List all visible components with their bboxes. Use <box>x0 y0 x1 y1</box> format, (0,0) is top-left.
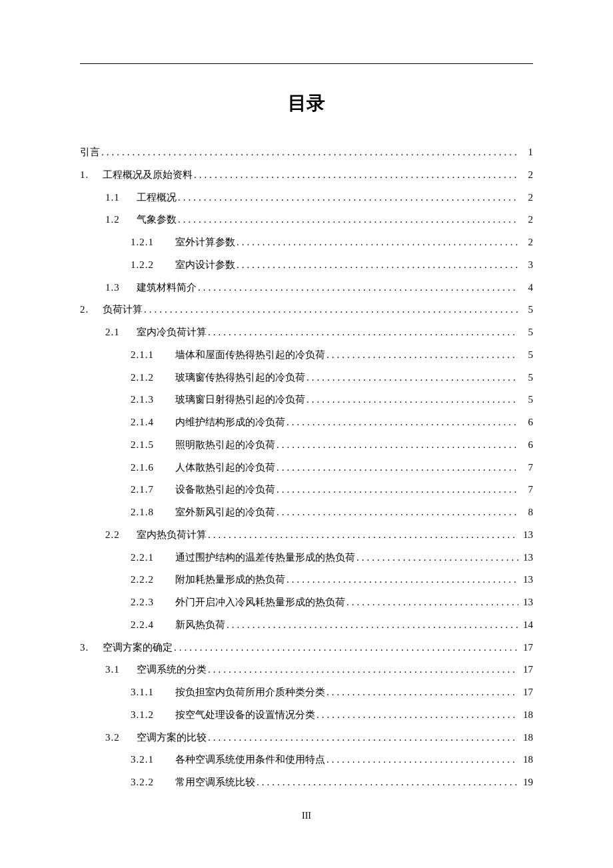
toc-entry: 2.1.1墙体和屋面传热得热引起的冷负荷5 <box>80 344 533 367</box>
toc-entry-label: 引言 <box>80 141 100 164</box>
toc-leader-dots <box>237 231 518 254</box>
toc-entry-number: 1.3 <box>105 277 129 299</box>
toc-leader-dots <box>208 727 518 749</box>
toc-leader-dots <box>277 479 518 501</box>
toc-entry-label: 通过围护结构的温差传热量形成的热负荷 <box>175 547 355 569</box>
toc-entry-label: 室内设计参数 <box>175 254 235 277</box>
toc-leader-dots <box>257 771 518 794</box>
toc-entry-label: 室外计算参数 <box>175 231 235 254</box>
toc-entry-label: 玻璃窗日射得热引起的冷负荷 <box>175 389 305 411</box>
toc-entry-label: 气象参数 <box>137 209 177 231</box>
toc-entry-number: 2.2.3 <box>131 591 167 614</box>
toc-entry-page: 19 <box>520 771 533 794</box>
toc-entry-number: 2.2.2 <box>131 569 167 591</box>
toc-entry-page: 2 <box>520 209 533 231</box>
toc-entry: 3.2空调方案的比较18 <box>80 727 533 749</box>
toc-entry-page: 17 <box>520 659 533 681</box>
toc-leader-dots <box>101 141 518 164</box>
toc-entry: 2.1.8室外新风引起的冷负荷8 <box>80 501 533 524</box>
toc-leader-dots <box>208 321 518 344</box>
toc-entry-page: 2 <box>520 231 533 254</box>
toc-entry-page: 13 <box>520 524 533 547</box>
toc-leader-dots <box>144 299 518 321</box>
toc-entry-number: 2.2 <box>105 524 129 547</box>
toc-entry-number: 3.2.2 <box>131 771 167 794</box>
toc-entry-page: 1 <box>520 141 533 164</box>
toc-entry-page: 5 <box>520 344 533 367</box>
toc-entry: 2.2室内热负荷计算13 <box>80 524 533 547</box>
toc-entry-page: 5 <box>520 321 533 344</box>
toc-entry-page: 17 <box>520 681 533 704</box>
toc-entry-label: 室内冷负荷计算 <box>137 321 207 344</box>
toc-entry-number: 1.1 <box>105 187 129 209</box>
toc-entry-number: 2.1.5 <box>131 434 167 457</box>
toc-entry-number: 3.1.2 <box>131 704 167 727</box>
toc-entry-label: 各种空调系统使用条件和使用特点 <box>175 749 325 771</box>
toc-entry-label: 设备散热引起的冷负荷 <box>175 479 275 501</box>
toc-entry-page: 5 <box>520 299 533 321</box>
toc-entry: 3.2.2常用空调系统比较19 <box>80 771 533 794</box>
toc-entry-page: 6 <box>520 411 533 434</box>
toc-entry: 3.1.1按负担室内负荷所用介质种类分类17 <box>80 681 533 704</box>
toc-entry: 1.2气象参数2 <box>80 209 533 231</box>
toc-entry-label: 照明散热引起的冷负荷 <box>175 434 275 457</box>
toc-entry: 3.1空调系统的分类17 <box>80 659 533 681</box>
toc-entry-label: 工程概况 <box>137 187 177 209</box>
toc-entry-number: 2. <box>80 299 95 321</box>
toc-leader-dots <box>287 411 518 434</box>
toc-entry-label: 按负担室内负荷所用介质种类分类 <box>175 681 325 704</box>
toc-entry-label: 空调系统的分类 <box>137 659 207 681</box>
toc-leader-dots <box>237 254 518 277</box>
toc-entry: 3.空调方案的确定17 <box>80 637 533 659</box>
toc-entry: 1.3建筑材料简介4 <box>80 277 533 299</box>
toc-entry-label: 工程概况及原始资料 <box>103 164 193 187</box>
toc-entry: 2.1.6人体散热引起的冷负荷7 <box>80 457 533 479</box>
toc-entry-page: 2 <box>520 164 533 187</box>
toc-entry-number: 1.2.2 <box>131 254 167 277</box>
toc-entry-label: 按空气处理设备的设置情况分类 <box>175 704 315 727</box>
toc-entry-page: 7 <box>520 457 533 479</box>
toc-leader-dots <box>326 681 518 704</box>
toc-title: 目录 <box>80 91 533 116</box>
toc-entry-page: 18 <box>520 749 533 771</box>
toc-entry: 1.2.1室外计算参数2 <box>80 231 533 254</box>
toc-entry-number: 3. <box>80 637 95 659</box>
toc-entry-label: 负荷计算 <box>103 299 143 321</box>
toc-leader-dots <box>174 637 518 659</box>
toc-entry-number: 1. <box>80 164 95 187</box>
toc-entry-page: 5 <box>520 367 533 389</box>
toc-entry-page: 18 <box>520 704 533 727</box>
toc-entry-label: 人体散热引起的冷负荷 <box>175 457 275 479</box>
toc-entry: 2.1.5照明散热引起的冷负荷6 <box>80 434 533 457</box>
toc-entry-number: 2.1.7 <box>131 479 167 501</box>
toc-leader-dots <box>198 277 518 299</box>
toc-entry-page: 7 <box>520 479 533 501</box>
toc-leader-dots <box>306 367 518 389</box>
toc-leader-dots <box>227 614 518 637</box>
toc-entry: 2.2.2附加耗热量形成的热负荷13 <box>80 569 533 591</box>
toc-entry-number: 1.2.1 <box>131 231 167 254</box>
toc-entry-label: 附加耗热量形成的热负荷 <box>175 569 285 591</box>
toc-entry: 2.1.2玻璃窗传热得热引起的冷负荷5 <box>80 367 533 389</box>
toc-entry-page: 18 <box>520 727 533 749</box>
toc-leader-dots <box>346 591 518 614</box>
toc-leader-dots <box>208 524 518 547</box>
toc-entry-page: 5 <box>520 389 533 411</box>
toc-entry-label: 建筑材料简介 <box>137 277 197 299</box>
toc-entry-page: 13 <box>520 569 533 591</box>
toc-entry-page: 6 <box>520 434 533 457</box>
toc-entry-label: 外门开启冲入冷风耗热量形成的热负荷 <box>175 591 345 614</box>
toc-leader-dots <box>356 547 518 569</box>
toc-entry-number: 3.1 <box>105 659 129 681</box>
toc-entry-page: 14 <box>520 614 533 637</box>
toc-entry: 1.2.2室内设计参数3 <box>80 254 533 277</box>
toc-entry: 2.负荷计算5 <box>80 299 533 321</box>
toc-entry-label: 空调方案的确定 <box>103 637 173 659</box>
toc-entry-label: 墙体和屋面传热得热引起的冷负荷 <box>175 344 325 367</box>
toc-entry-label: 室外新风引起的冷负荷 <box>175 501 275 524</box>
toc-entry-page: 2 <box>520 187 533 209</box>
toc-leader-dots <box>178 209 518 231</box>
toc-leader-dots <box>326 749 518 771</box>
toc-entry-number: 2.2.4 <box>131 614 167 637</box>
toc-leader-dots <box>326 344 518 367</box>
